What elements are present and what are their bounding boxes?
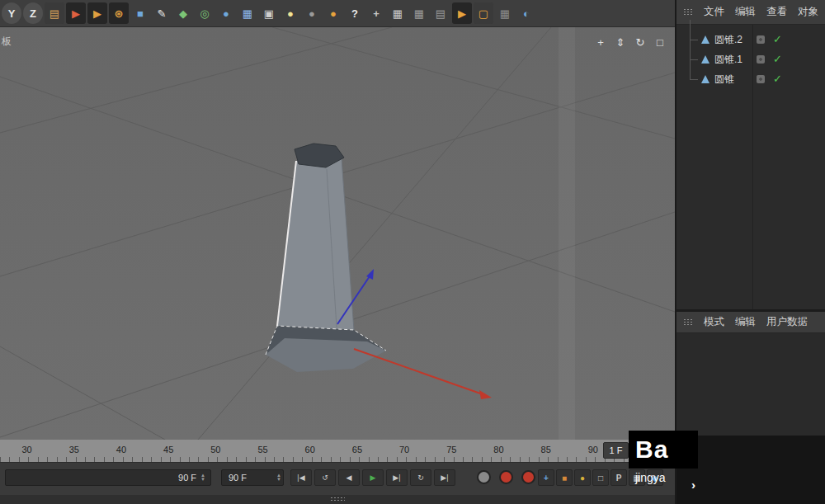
autokey-region-toggle[interactable]: ◆ — [647, 469, 663, 486]
timeline-ruler[interactable]: 1 F 30 35 40 45 50 55 60 65 70 75 80 85 … — [0, 440, 632, 462]
snap-grid-button[interactable]: ▦ — [388, 2, 408, 24]
record-keyframe-button[interactable] — [477, 470, 491, 484]
current-frame-spinner[interactable]: 90 F ▲ ▼ — [221, 469, 284, 486]
rotate-view-icon[interactable]: ↻ — [634, 36, 647, 49]
toolbar-icon-glyph: ● — [287, 7, 294, 20]
goto-end-button[interactable]: ▶| — [434, 469, 455, 486]
workplane-icon[interactable]: ▤ — [45, 2, 64, 24]
user-data-menu[interactable]: 用户数据 — [766, 315, 808, 329]
play-button[interactable]: ▶ — [362, 469, 384, 486]
current-frame-box[interactable]: 1 F — [603, 442, 629, 459]
attribute-manager-body[interactable] — [676, 333, 825, 436]
render-settings-button[interactable]: ⊛ — [109, 2, 129, 24]
visibility-dots-icon[interactable] — [757, 55, 765, 64]
record-position-toggle[interactable]: + — [538, 469, 554, 486]
axis-y-toggle[interactable]: Y — [2, 2, 21, 24]
record-scale-toggle[interactable]: ■ — [556, 469, 573, 486]
quantize-button[interactable]: ▤ — [431, 2, 450, 24]
prev-frame-button[interactable]: ◀ — [338, 469, 360, 486]
object-row-cone-2[interactable]: 圆锥.2 ✓ — [676, 30, 825, 49]
toggle-view-icon[interactable]: □ — [653, 36, 667, 49]
view-menu[interactable]: 查看 — [766, 5, 787, 19]
object-menu[interactable]: 对象 — [798, 5, 818, 19]
keyframe-options-button[interactable] — [521, 470, 535, 484]
zoom-view-icon[interactable]: ⇕ — [614, 36, 627, 49]
stepper-icon[interactable]: ▲ ▼ — [200, 473, 205, 482]
record-parameter-toggle[interactable]: □ — [592, 469, 609, 486]
goto-start-button[interactable]: |◀ — [290, 469, 312, 486]
file-menu[interactable]: 文件 — [704, 5, 724, 19]
panel-drag-handle-icon[interactable] — [683, 8, 693, 16]
snap-grid-secondary-button[interactable]: ▦ — [409, 2, 429, 24]
mograph-button[interactable]: ◎ — [195, 2, 214, 24]
next-frame-button[interactable]: ▶| — [386, 469, 408, 486]
toolbar-icon-glyph: ▢ — [478, 7, 488, 20]
autokey-button[interactable] — [499, 470, 513, 484]
camera-button[interactable]: ▣ — [259, 2, 279, 24]
toolbar-icon-glyph: ◆ — [179, 7, 187, 20]
right-panel: 文件 编辑 查看 对象 圆锥.2 ✓ 圆锥.1 — [676, 0, 825, 504]
record-rotation-toggle[interactable]: ● — [574, 469, 591, 486]
edit-menu[interactable]: 编辑 — [735, 5, 756, 19]
toolbar-icon-glyph: Z — [30, 7, 36, 20]
volume-button[interactable]: ● — [216, 2, 236, 24]
stepper-icon[interactable]: ▲ ▼ — [276, 473, 281, 482]
enabled-check-icon[interactable]: ✓ — [773, 53, 782, 66]
axis-z-toggle[interactable]: Z — [23, 2, 43, 24]
object-manager-tree[interactable]: 圆锥.2 ✓ 圆锥.1 ✓ 圆锥 ✓ — [676, 25, 825, 309]
record-pla-toggle[interactable]: P — [610, 469, 627, 486]
frame-value: 90 F — [229, 473, 272, 483]
render-to-picture-button[interactable]: ▶ — [87, 2, 107, 24]
toolbar-icon-glyph: ▤ — [436, 7, 446, 20]
timeline-range-slider[interactable]: 90 F ▲ ▼ — [5, 469, 211, 486]
right-panel-bottom-area — [676, 436, 825, 504]
sky-button[interactable]: ● — [323, 2, 343, 24]
light-button[interactable]: ● — [280, 2, 300, 24]
enabled-check-icon[interactable]: ✓ — [773, 73, 782, 86]
film-render-button[interactable]: ▶ — [452, 2, 472, 24]
viewport-highlight-band — [559, 27, 575, 440]
dynamics-button[interactable]: ◐ — [516, 2, 536, 24]
visibility-dots-icon[interactable] — [757, 75, 765, 83]
toolbar-icon-glyph: ⊛ — [115, 7, 124, 20]
play-backwards-button[interactable]: ↺ — [314, 469, 336, 486]
stepper-down-icon[interactable]: ▼ — [200, 478, 205, 482]
render-view-button[interactable]: ▶ — [66, 2, 86, 24]
enabled-check-icon[interactable]: ✓ — [773, 33, 782, 46]
ruler-gap — [632, 440, 675, 462]
object-row-cone[interactable]: 圆锥 ✓ — [676, 69, 825, 89]
loop-button[interactable]: ↻ — [410, 469, 431, 486]
panel-resize-handle[interactable] — [330, 497, 345, 502]
keyframe-selection-toggle[interactable]: ▦ — [629, 469, 645, 486]
add-cube-button[interactable]: ■ — [130, 2, 150, 24]
array-button[interactable]: ▦ — [238, 2, 257, 24]
content-browser-button[interactable]: ▢ — [474, 2, 493, 24]
grid-array-button[interactable]: ▦ — [495, 2, 515, 24]
object-label: 圆锥.2 — [714, 33, 742, 47]
attribute-manager-menubar: 模式 编辑 用户数据 — [676, 312, 825, 333]
light-secondary-button[interactable]: ● — [302, 2, 322, 24]
axis-tool-button[interactable]: + — [366, 2, 386, 24]
mode-menu[interactable]: 模式 — [704, 315, 724, 329]
toolbar-icon-glyph: ▶ — [93, 7, 101, 20]
toolbar-icon-glyph: ▤ — [50, 7, 59, 20]
visibility-dots-icon[interactable] — [757, 35, 765, 44]
viewport-canvas[interactable] — [0, 27, 675, 440]
object-row-cone-1[interactable]: 圆锥.1 ✓ — [676, 49, 825, 69]
pan-view-icon[interactable]: + — [594, 36, 607, 49]
pen-tool-button[interactable]: ✎ — [152, 2, 172, 24]
help-button[interactable]: ? — [345, 2, 365, 24]
stepper-down-icon[interactable]: ▼ — [276, 478, 281, 482]
character-objects-button[interactable]: ◆ — [173, 2, 193, 24]
toolbar-icon-glyph: ▣ — [264, 7, 274, 20]
cone-object[interactable] — [266, 144, 386, 372]
panel-drag-handle-icon[interactable] — [683, 318, 693, 326]
toolbar-icon-glyph: ? — [351, 7, 358, 20]
ruler-tick-label: 75 — [428, 440, 475, 462]
viewport-label: 板 — [2, 35, 12, 49]
keying-toggles: + ■ ● □ P ▦ ◆ — [538, 469, 663, 486]
edit-menu[interactable]: 编辑 — [735, 315, 756, 329]
toolbar-icon-glyph: ▦ — [243, 7, 252, 20]
x-axis-arrow[interactable] — [354, 349, 492, 399]
perspective-viewport[interactable]: 板 + ⇕ ↻ □ — [0, 27, 675, 440]
